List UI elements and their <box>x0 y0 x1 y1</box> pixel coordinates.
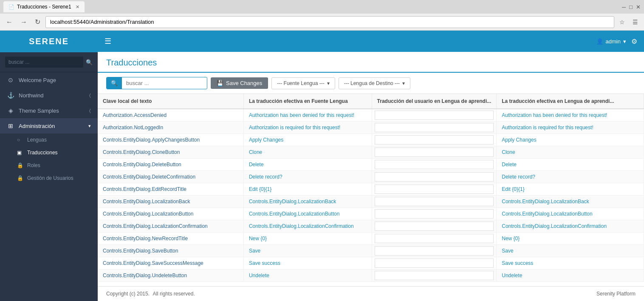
user-menu[interactable]: 👤 admin ▾ <box>596 38 626 45</box>
bookmark-button[interactable]: ☆ <box>617 17 627 27</box>
table-cell-effective: New {0} <box>497 233 644 245</box>
table-cell-user[interactable] <box>372 196 497 208</box>
sidebar-sub-item-gestion[interactable]: 🔒 Gestión de Usuarios <box>0 172 98 185</box>
table-cell-user[interactable] <box>372 146 497 159</box>
user-translation-input[interactable] <box>375 160 494 169</box>
user-translation-input[interactable] <box>375 135 494 145</box>
user-translation-input[interactable] <box>375 221 494 231</box>
tab-icon: 📄 <box>8 4 14 10</box>
right-area: ☰ 👤 admin ▾ ⚙ Traducciones 🔍 <box>98 31 644 301</box>
browser-window: 📄 Traducciones - Serene1 ✕ ─ □ ✕ ← → ↻ ☆… <box>0 0 644 301</box>
user-translation-input[interactable] <box>375 111 494 120</box>
table-cell-user[interactable] <box>372 109 497 122</box>
table-cell-effective: Save success <box>497 257 644 270</box>
sidebar-sub-item-traducciones[interactable]: ▣ Traducciones <box>0 146 98 159</box>
table-row: Controls.EntityDialog.LocalizationButton… <box>98 208 644 220</box>
table-row: Authorization.AccessDeniedAuthorization … <box>98 109 644 122</box>
table-cell-source: Clone <box>243 146 372 159</box>
table-cell-effective: Authorization has been denied for this r… <box>497 109 644 122</box>
settings-icon[interactable]: ⚙ <box>631 37 637 45</box>
table-cell-effective: Clone <box>497 146 644 159</box>
table-cell-user[interactable] <box>372 134 497 146</box>
table-cell-user[interactable] <box>372 122 497 134</box>
user-dropdown-icon: ▾ <box>623 38 626 45</box>
table-cell-user[interactable] <box>372 270 497 282</box>
browser-controls: ← → ↻ ☆ ☰ <box>0 14 644 31</box>
main-content: Traducciones 🔍 💾 Save Changes --- Fuente… <box>98 52 644 301</box>
save-icon: 💾 <box>217 80 223 86</box>
window-restore-button[interactable]: □ <box>629 4 633 10</box>
user-translation-input[interactable] <box>375 148 494 157</box>
table-cell-key: Authorization.NotLoggedIn <box>98 122 243 134</box>
user-translation-input[interactable] <box>375 172 494 182</box>
table-cell-user[interactable] <box>372 183 497 196</box>
table-cell-key: Controls.EntityDialog.LocalizationButton <box>98 208 243 220</box>
table-cell-key: Controls.EntityDialog.CloneButton <box>98 146 243 159</box>
table-cell-source: Controls.EntityDialog.LocalizationButton <box>243 208 372 220</box>
refresh-button[interactable]: ↻ <box>32 16 43 28</box>
table-cell-user[interactable] <box>372 220 497 233</box>
table-cell-user[interactable] <box>372 171 497 183</box>
user-translation-input[interactable] <box>375 185 494 194</box>
forward-button[interactable]: → <box>18 17 30 28</box>
toolbar-search-button[interactable]: 🔍 <box>107 77 122 89</box>
hamburger-button[interactable]: ☰ <box>105 37 111 46</box>
northwind-arrow-icon: 〈 <box>89 93 91 98</box>
footer-platform: Serenity Platform <box>596 291 636 297</box>
theme-samples-arrow-icon: 〈 <box>89 108 91 114</box>
dest-language-label: --- Lengua de Destino --- <box>344 80 400 86</box>
back-button[interactable]: ← <box>3 17 15 28</box>
user-translation-input[interactable] <box>375 123 494 132</box>
toolbar-search-input[interactable] <box>122 78 207 88</box>
sidebar-search-input[interactable] <box>5 57 83 68</box>
sidebar-search-icon[interactable]: 🔍 <box>86 59 93 65</box>
user-translation-input[interactable] <box>375 209 494 219</box>
table-cell-source: Delete <box>243 159 372 171</box>
sidebar-menu: ⊙ Welcome Page ⚓ Northwind 〈 ◈ Theme Sam… <box>0 72 98 301</box>
table-cell-user[interactable] <box>372 159 497 171</box>
sidebar-item-administracion[interactable]: ⊞ Administración ▾ <box>0 118 98 133</box>
table-cell-user[interactable] <box>372 245 497 257</box>
traducciones-icon: ▣ <box>17 150 24 156</box>
table-row: Controls.EntityDialog.NewRecordTitleNew … <box>98 233 644 245</box>
address-bar[interactable] <box>45 16 614 28</box>
sidebar-item-welcome[interactable]: ⊙ Welcome Page <box>0 72 98 88</box>
user-translation-input[interactable] <box>375 271 494 280</box>
table-cell-key: Controls.EntityDialog.DeleteButton <box>98 159 243 171</box>
table-cell-user[interactable] <box>372 208 497 220</box>
menu-button[interactable]: ☰ <box>630 17 641 27</box>
source-language-dropdown[interactable]: --- Fuente Lengua --- ▾ <box>271 77 335 89</box>
table-cell-effective: Controls.EntityDialog.LocalizationButton <box>497 208 644 220</box>
table-row: Controls.EntityDialog.DeleteConfirmation… <box>98 171 644 183</box>
tab-close-button[interactable]: ✕ <box>76 4 79 10</box>
table-cell-key: Controls.EntityDialog.EditRecordTitle <box>98 183 243 196</box>
table-cell-key: Controls.EntityDialog.UndeleteButton <box>98 270 243 282</box>
table-row: Controls.EntityDialog.ApplyChangesButton… <box>98 134 644 146</box>
user-label: admin <box>606 38 621 45</box>
dest-language-dropdown[interactable]: --- Lengua de Destino --- ▾ <box>339 77 410 89</box>
topnav: ☰ 👤 admin ▾ ⚙ <box>98 31 644 52</box>
window-close-button[interactable]: ✕ <box>636 4 641 10</box>
user-translation-input[interactable] <box>375 246 494 256</box>
tab-label: Traducciones - Serene1 <box>17 4 71 10</box>
window-minimize-button[interactable]: ─ <box>622 4 626 10</box>
sidebar-sub-item-lenguas[interactable]: ○ Lenguas <box>0 133 98 146</box>
table-cell-source: Controls.EntityDialog.LocalizationBack <box>243 196 372 208</box>
user-translation-input[interactable] <box>375 197 494 206</box>
table-cell-user[interactable] <box>372 257 497 270</box>
sidebar-sub-item-roles[interactable]: 🔒 Roles <box>0 159 98 172</box>
theme-samples-icon: ◈ <box>7 107 14 114</box>
table-cell-effective: Authorization is required for this reque… <box>497 122 644 134</box>
sidebar-item-theme-samples[interactable]: ◈ Theme Samples 〈 <box>0 103 98 118</box>
user-translation-input[interactable] <box>375 234 494 243</box>
user-translation-input[interactable] <box>375 258 494 268</box>
table-row: Controls.EntityDialog.UndeleteButtonUnde… <box>98 270 644 282</box>
browser-tab[interactable]: 📄 Traducciones - Serene1 ✕ <box>3 1 85 12</box>
save-changes-button[interactable]: 💾 Save Changes <box>211 77 268 89</box>
translation-table: Clave local del texto La traducción efec… <box>98 94 644 282</box>
table-cell-user[interactable] <box>372 233 497 245</box>
user-icon: 👤 <box>596 38 603 45</box>
sidebar-sub-item-roles-label: Roles <box>27 162 40 168</box>
sidebar-item-northwind[interactable]: ⚓ Northwind 〈 <box>0 88 98 103</box>
table-row: Authorization.NotLoggedInAuthorization i… <box>98 122 644 134</box>
